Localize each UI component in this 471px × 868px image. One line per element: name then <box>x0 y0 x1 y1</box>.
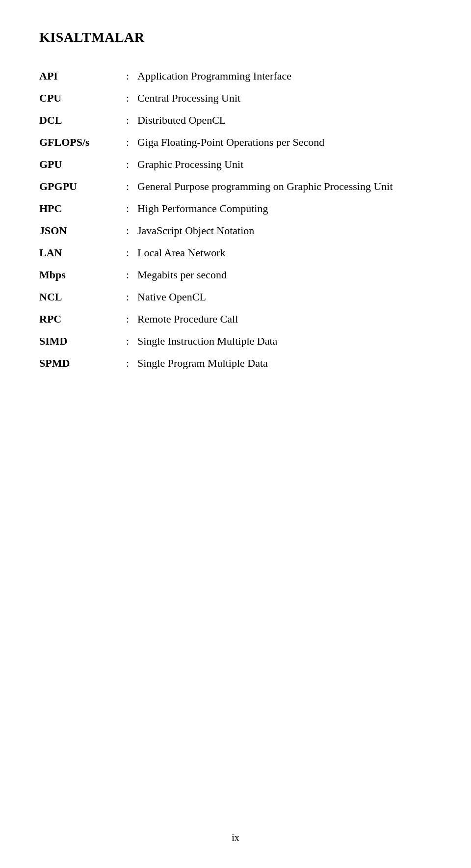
abbreviation-colon: : <box>118 65 137 87</box>
abbreviation-colon: : <box>118 131 137 153</box>
abbreviation-abbr: SIMD <box>39 330 118 352</box>
abbreviation-definition: Native OpenCL <box>137 286 432 308</box>
abbreviation-abbr: DCL <box>39 109 118 131</box>
table-row: CPU:Central Processing Unit <box>39 87 432 109</box>
abbreviation-abbr: GFLOPS/s <box>39 131 118 153</box>
abbreviation-colon: : <box>118 286 137 308</box>
abbreviation-colon: : <box>118 175 137 197</box>
abbreviation-definition: Remote Procedure Call <box>137 308 432 330</box>
table-row: DCL:Distributed OpenCL <box>39 109 432 131</box>
abbreviation-colon: : <box>118 109 137 131</box>
abbreviation-definition: Distributed OpenCL <box>137 109 432 131</box>
table-row: SPMD:Single Program Multiple Data <box>39 352 432 374</box>
abbreviation-abbr: SPMD <box>39 352 118 374</box>
table-row: GPU:Graphic Processing Unit <box>39 153 432 175</box>
table-row: JSON:JavaScript Object Notation <box>39 219 432 242</box>
abbreviation-colon: : <box>118 242 137 264</box>
abbreviation-definition: Central Processing Unit <box>137 87 432 109</box>
abbreviation-abbr: Mbps <box>39 264 118 286</box>
abbreviation-abbr: CPU <box>39 87 118 109</box>
abbreviation-definition: Application Programming Interface <box>137 65 432 87</box>
abbreviation-definition: Single Instruction Multiple Data <box>137 330 432 352</box>
abbreviation-definition: High Performance Computing <box>137 197 432 219</box>
abbreviation-colon: : <box>118 308 137 330</box>
table-row: LAN:Local Area Network <box>39 242 432 264</box>
table-row: GPGPU:General Purpose programming on Gra… <box>39 175 432 197</box>
abbreviation-abbr: API <box>39 65 118 87</box>
abbreviation-colon: : <box>118 219 137 242</box>
table-row: HPC:High Performance Computing <box>39 197 432 219</box>
abbreviation-colon: : <box>118 197 137 219</box>
abbreviation-abbr: RPC <box>39 308 118 330</box>
abbreviation-abbr: GPGPU <box>39 175 118 197</box>
abbreviation-definition: JavaScript Object Notation <box>137 219 432 242</box>
abbreviation-colon: : <box>118 153 137 175</box>
table-row: SIMD:Single Instruction Multiple Data <box>39 330 432 352</box>
table-row: GFLOPS/s:Giga Floating-Point Operations … <box>39 131 432 153</box>
page-title: KISALTMALAR <box>39 29 432 45</box>
page-number: ix <box>232 832 239 843</box>
table-row: NCL:Native OpenCL <box>39 286 432 308</box>
abbreviation-colon: : <box>118 330 137 352</box>
abbreviation-abbr: HPC <box>39 197 118 219</box>
table-row: Mbps:Megabits per second <box>39 264 432 286</box>
table-row: RPC:Remote Procedure Call <box>39 308 432 330</box>
abbreviation-colon: : <box>118 352 137 374</box>
abbreviation-definition: Megabits per second <box>137 264 432 286</box>
page: KISALTMALAR API:Application Programming … <box>0 0 471 868</box>
abbreviation-colon: : <box>118 264 137 286</box>
abbreviation-colon: : <box>118 87 137 109</box>
abbreviation-definition: Graphic Processing Unit <box>137 153 432 175</box>
abbreviation-abbr: LAN <box>39 242 118 264</box>
abbreviation-definition: Single Program Multiple Data <box>137 352 432 374</box>
abbreviation-abbr: NCL <box>39 286 118 308</box>
table-row: API:Application Programming Interface <box>39 65 432 87</box>
abbreviation-abbr: JSON <box>39 219 118 242</box>
abbreviation-abbr: GPU <box>39 153 118 175</box>
abbreviation-definition: General Purpose programming on Graphic P… <box>137 175 432 197</box>
abbreviations-table: API:Application Programming InterfaceCPU… <box>39 65 432 374</box>
abbreviation-definition: Giga Floating-Point Operations per Secon… <box>137 131 432 153</box>
abbreviation-definition: Local Area Network <box>137 242 432 264</box>
